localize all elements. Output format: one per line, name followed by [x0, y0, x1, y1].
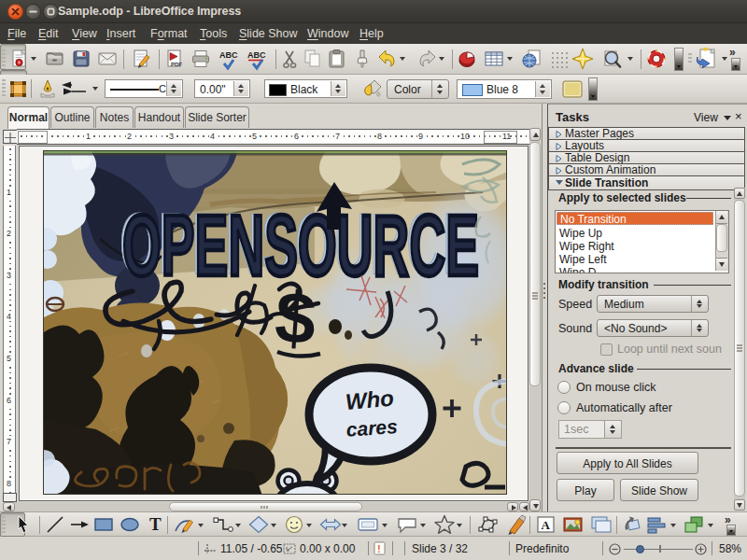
svg-text:A: A	[542, 518, 551, 532]
svg-text:$: $	[273, 275, 318, 360]
svg-text:PDF: PDF	[171, 62, 182, 67]
svg-text:T: T	[149, 514, 162, 534]
svg-text:ABC: ABC	[247, 50, 266, 60]
svg-text:cares: cares	[345, 415, 398, 441]
svg-text:Who: Who	[345, 385, 395, 413]
svg-text:ABC: ABC	[219, 50, 238, 60]
svg-text:!: !	[377, 543, 381, 554]
